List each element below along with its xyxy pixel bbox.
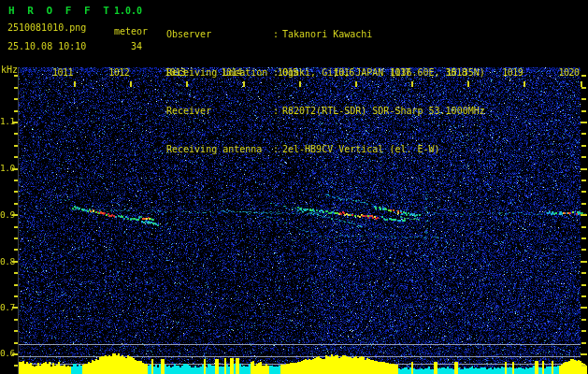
y-tick-label: 1.0 [0,163,12,173]
y-tick-label: 0.8 [0,256,12,266]
info-label: Receiver [166,105,273,118]
x-tick-label: 1017 [386,67,410,78]
info-value: Takanori Kawachi [282,28,485,41]
x-tick-label: 1020 [555,67,580,78]
x-tick-label: 1013 [161,67,185,78]
x-tick-label: 1014 [218,67,242,78]
datetime-label: 25.10.08 10:10 [7,41,86,51]
station-info: Observer:Takanori Kawachi Receiving Loca… [166,3,485,180]
x-tick-label: 1016 [330,67,354,78]
y-tick-label: 0.7 [0,302,12,312]
filename-label: 2510081010.png [7,22,86,33]
x-tick-label: 1018 [442,67,466,78]
app-title: H R O F F T [8,5,112,17]
y-tick-label: 1.1 [0,116,12,126]
info-row-receiver: Receiver:R820T2(RTL-SDR) SDR-Sharp 53.10… [166,105,485,118]
info-separator: : [273,143,282,156]
info-label: Receiving antenna [166,143,273,156]
x-tick-label: 1011 [49,67,73,78]
y-tick-label: 0.6 [0,348,12,358]
info-value: 2el-HB9CV Vertical (el. E-W) [282,143,485,156]
info-row-location: Receiving Location:Ogaki, Gifu, JAPAN (1… [166,66,485,79]
info-separator: : [273,105,282,118]
hrofft-spectrogram-screen: H R O F F T 1.0.0 2510081010.png meteor … [0,0,588,374]
mode-label: meteor [114,26,148,36]
x-tick-label: 1015 [274,67,298,78]
info-label: Observer [166,28,273,41]
info-row-observer: Observer:Takanori Kawachi [166,28,485,41]
meteor-count: 34 [131,41,142,51]
y-tick-label: 0.9 [0,209,12,220]
x-tick-label: 1019 [498,67,523,78]
app-version: 1.0.0 [114,6,142,16]
info-row-antenna: Receiving antenna:2el-HB9CV Vertical (el… [166,143,485,156]
y-axis-unit-label: kHz [1,65,18,75]
info-separator: : [273,28,282,41]
info-value: R820T2(RTL-SDR) SDR-Sharp 53.1000MHz [282,105,485,118]
x-tick-label: 1012 [105,67,129,78]
